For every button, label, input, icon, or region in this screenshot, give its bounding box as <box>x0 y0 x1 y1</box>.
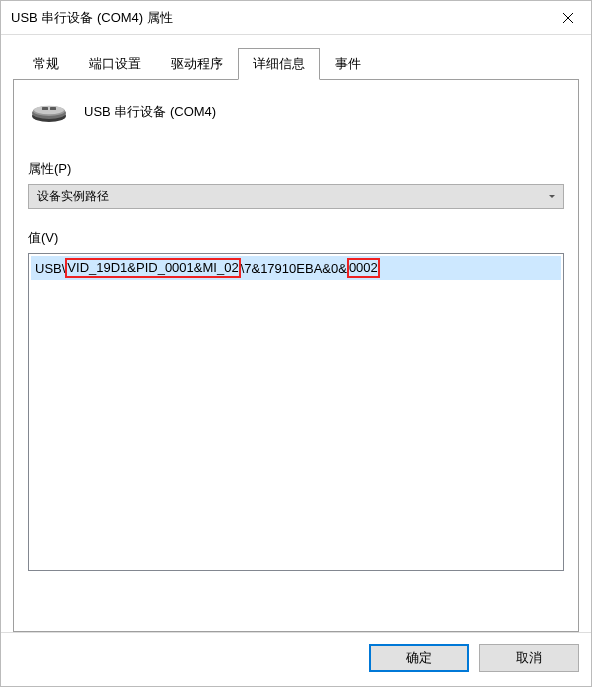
tab-bar: 常规 端口设置 驱动程序 详细信息 事件 <box>13 47 579 79</box>
property-dropdown-value: 设备实例路径 <box>37 188 549 205</box>
close-icon <box>562 12 574 24</box>
device-header: USB 串行设备 (COM4) <box>28 98 564 126</box>
tab-driver[interactable]: 驱动程序 <box>156 48 238 80</box>
chevron-down-icon <box>549 195 555 198</box>
value-seg-highlight-2: 0002 <box>347 258 380 278</box>
tab-general[interactable]: 常规 <box>18 48 74 80</box>
value-label: 值(V) <box>28 229 564 247</box>
titlebar: USB 串行设备 (COM4) 属性 <box>1 1 591 35</box>
client-area: 常规 端口设置 驱动程序 详细信息 事件 USB 串行设备 (COM4) 属性(… <box>1 35 591 632</box>
value-seg-highlight-1: VID_19D1&PID_0001&MI_02 <box>65 258 240 278</box>
property-label: 属性(P) <box>28 160 564 178</box>
device-icon <box>28 98 70 126</box>
dialog-footer: 确定 取消 <box>1 632 591 682</box>
svg-point-5 <box>34 106 64 114</box>
close-button[interactable] <box>545 1 591 35</box>
ok-button[interactable]: 确定 <box>369 644 469 672</box>
property-dropdown[interactable]: 设备实例路径 <box>28 184 564 209</box>
svg-rect-6 <box>42 107 48 110</box>
tab-details[interactable]: 详细信息 <box>238 48 320 80</box>
value-item-selected[interactable]: USB\VID_19D1&PID_0001&MI_02\7&17910EBA&0… <box>31 256 561 280</box>
svg-rect-7 <box>50 107 56 110</box>
window-title: USB 串行设备 (COM4) 属性 <box>11 9 545 27</box>
device-name: USB 串行设备 (COM4) <box>84 103 216 121</box>
value-seg-pre: USB\ <box>35 261 65 276</box>
value-listbox[interactable]: USB\VID_19D1&PID_0001&MI_02\7&17910EBA&0… <box>28 253 564 571</box>
tab-panel-details: USB 串行设备 (COM4) 属性(P) 设备实例路径 值(V) USB\VI… <box>13 79 579 632</box>
tab-port-settings[interactable]: 端口设置 <box>74 48 156 80</box>
tab-events[interactable]: 事件 <box>320 48 376 80</box>
value-seg-mid: \7&17910EBA&0& <box>241 261 347 276</box>
cancel-button[interactable]: 取消 <box>479 644 579 672</box>
